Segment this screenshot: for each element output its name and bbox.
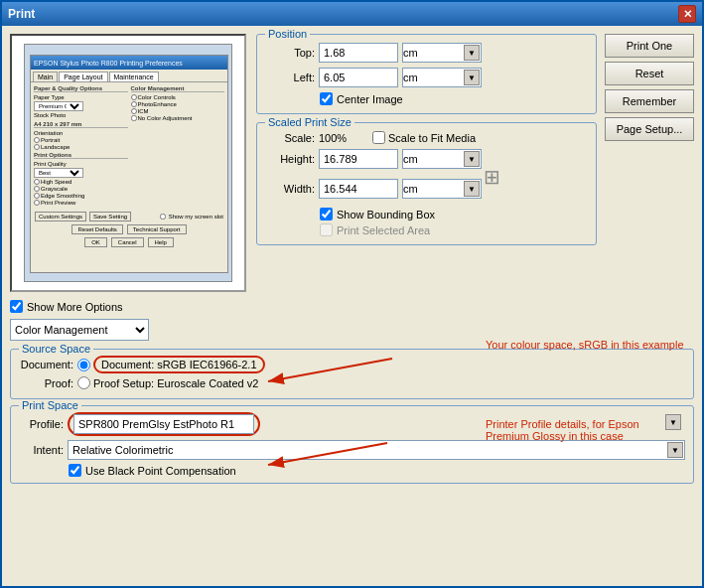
nested-bottom-row: Custom Settings Save Setting Show my scr…: [31, 212, 227, 221]
nested-show-screen: Show my screen slot: [160, 212, 223, 221]
window-title: Print: [8, 7, 35, 21]
document-label: Document:: [19, 359, 73, 370]
reset-button[interactable]: Reset: [605, 62, 694, 85]
top-input[interactable]: [319, 43, 398, 63]
scale-value: 100%: [319, 132, 368, 144]
nested-photoenhance-radio[interactable]: [131, 101, 137, 107]
top-unit-select[interactable]: cm: [402, 43, 482, 63]
nested-tab-main[interactable]: Main: [33, 72, 58, 81]
nested-help-btn[interactable]: Help: [148, 237, 174, 247]
document-radio-label: Document: sRGB IEC61966-2.1: [77, 356, 265, 373]
show-more-row: Show More Options: [10, 300, 694, 313]
cm-select[interactable]: Color Management Output: [10, 319, 149, 341]
left-unit-wrapper: cm ▼: [402, 68, 482, 87]
scale-fit-checkbox[interactable]: [372, 131, 385, 144]
proof-label: Proof:: [19, 377, 73, 389]
nested-photoenhance: PhotoEnhance: [131, 101, 225, 107]
nested-save-setting-btn[interactable]: Save Setting: [89, 212, 131, 221]
nested-grayscale-radio[interactable]: [34, 186, 40, 192]
nested-ok-btn[interactable]: OK: [84, 237, 107, 247]
nested-landscape-radio[interactable]: [34, 144, 40, 150]
nested-custom-settings-btn[interactable]: Custom Settings: [35, 212, 86, 221]
width-unit-select[interactable]: cm: [402, 179, 482, 199]
nested-paper-select[interactable]: Premium Glossy Photo Paper: [34, 101, 83, 111]
print-one-button[interactable]: Print One: [605, 34, 694, 58]
height-unit-select[interactable]: cm: [402, 149, 482, 169]
left-row: Left: cm ▼: [265, 68, 588, 87]
intent-row: Intent: Relative Colorimetric Perceptual…: [19, 440, 685, 460]
nested-print-preview-radio[interactable]: [34, 200, 40, 206]
annotated-section: Source Space Document: Document: sRGB IE…: [10, 349, 694, 484]
nested-high-speed-radio[interactable]: [34, 179, 40, 185]
nested-window-title: EPSON Stylus Photo R800 Printing Prefere…: [34, 60, 183, 67]
nested-row-media: Stock Photo: [34, 112, 128, 118]
nested-col-right: Color Management Color Controls PhotoEnh…: [131, 85, 225, 207]
nested-print-options-label: Print Options: [34, 152, 128, 159]
scale-label: Scale:: [265, 132, 315, 144]
nested-technical-btn[interactable]: Technical Support: [127, 224, 187, 234]
preview-panel: EPSON Stylus Photo R800 Printing Prefere…: [10, 34, 248, 292]
show-more-label: Show More Options: [27, 301, 123, 313]
nested-detail-btn[interactable]: Reset Defaults: [71, 224, 122, 234]
print-selected-checkbox[interactable]: [320, 223, 333, 236]
bpc-label: Use Black Point Compensation: [85, 465, 236, 477]
profile-select[interactable]: SPR800 PremGlsy EstPhoto R1 sRGB IEC6196…: [73, 414, 254, 434]
nested-show-screen-check[interactable]: [160, 214, 166, 220]
cm-dropdown-row: Color Management Output: [10, 319, 694, 341]
preview-inner: EPSON Stylus Photo R800 Printing Prefere…: [24, 44, 232, 282]
center-image-checkbox[interactable]: [320, 92, 333, 105]
print-dialog: Print ✕ EPSON Stylus Photo R800 Printing…: [0, 0, 704, 588]
height-unit-wrapper: cm ▼: [402, 149, 482, 169]
show-bounding-label: Show Bounding Box: [337, 209, 435, 220]
nested-bottom-left: Custom Settings Save Setting: [35, 212, 131, 221]
intent-label: Intent:: [19, 444, 64, 456]
nested-tab-maintenance[interactable]: Maintenance: [109, 72, 159, 81]
show-more-checkbox[interactable]: [10, 300, 23, 313]
scale-fit-label: Scale to Fit Media: [388, 132, 476, 144]
intent-select[interactable]: Relative Colorimetric Perceptual Absolut…: [68, 440, 685, 460]
nested-color-controls-radio[interactable]: [131, 94, 137, 100]
show-bounding-checkbox[interactable]: [320, 208, 333, 220]
document-radio[interactable]: [77, 359, 90, 371]
top-unit-wrapper: cm ▼: [402, 43, 482, 63]
cm-select-wrapper: Color Management Output: [10, 319, 149, 341]
position-group: Position Top: cm ▼ Left:: [256, 34, 597, 114]
nested-row-paper: Paper Type: [34, 94, 128, 100]
bpc-checkbox[interactable]: [69, 464, 81, 477]
document-value: Document: sRGB IEC61966-2.1: [101, 359, 257, 370]
height-input[interactable]: [319, 149, 398, 169]
proof-value: Proof Setup: Euroscale Coated v2: [93, 377, 258, 389]
nested-tabs: Main Page Layout Maintenance: [31, 70, 227, 82]
width-unit-wrapper: cm ▼: [402, 179, 482, 199]
nested-orientation-label: Orientation: [34, 130, 128, 136]
scale-fit-row: Scale to Fit Media: [372, 131, 476, 144]
document-row: Document: Document: sRGB IEC61966-2.1: [19, 356, 685, 373]
nested-action-buttons: Reset Defaults Technical Support: [31, 224, 227, 234]
width-input[interactable]: [319, 179, 398, 199]
nested-color-controls: Color Controls: [131, 94, 225, 100]
left-input[interactable]: [319, 68, 398, 87]
nested-tab-page-layout[interactable]: Page Layout: [59, 72, 107, 81]
right-panel: Position Top: cm ▼ Left:: [256, 34, 597, 292]
print-space-label: Print Space: [19, 399, 81, 411]
nested-quality-select[interactable]: Best: [34, 168, 83, 178]
nested-portrait-radio[interactable]: [34, 137, 40, 143]
nested-row-paper-select: Premium Glossy Photo Paper: [34, 101, 128, 111]
remember-button[interactable]: Remember: [605, 89, 694, 113]
left-unit-select[interactable]: cm: [402, 68, 482, 87]
position-group-label: Position: [265, 28, 310, 40]
nested-print-quality-label: Print Quality: [34, 161, 128, 167]
nested-ok-cancel: OK Cancel Help: [31, 237, 227, 247]
width-label: Width:: [265, 183, 315, 195]
proof-radio[interactable]: [77, 376, 90, 389]
nested-edge-radio[interactable]: [34, 193, 40, 199]
top-section: EPSON Stylus Photo R800 Printing Prefere…: [2, 26, 702, 300]
page-setup-button[interactable]: Page Setup...: [605, 117, 694, 141]
nested-no-adj-check[interactable]: [131, 115, 137, 121]
nested-window: EPSON Stylus Photo R800 Printing Prefere…: [30, 55, 228, 273]
nested-cancel-btn[interactable]: Cancel: [111, 237, 144, 247]
nested-no-color-radio[interactable]: [131, 108, 137, 114]
nested-print-quality-row: Best: [34, 168, 128, 178]
print-selected-row: Print Selected Area: [320, 223, 588, 236]
close-button[interactable]: ✕: [678, 5, 696, 23]
